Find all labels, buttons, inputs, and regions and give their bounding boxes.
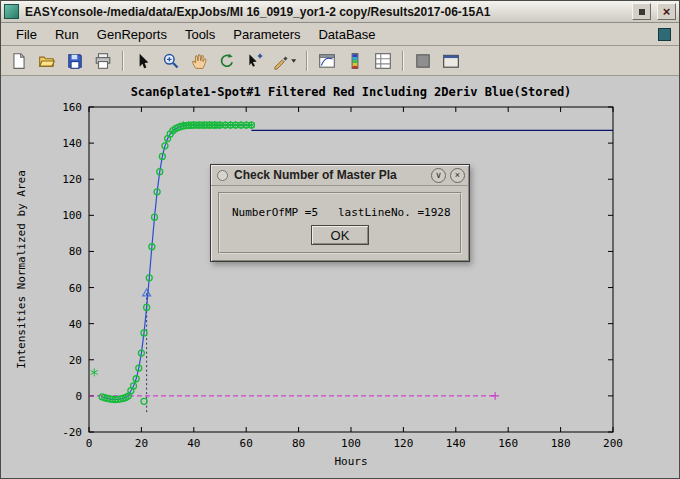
open-icon[interactable] xyxy=(34,48,60,74)
minimize-icon xyxy=(639,9,645,15)
dialog-close-button[interactable]: × xyxy=(450,168,465,183)
window-title: EASYconsole-/media/data/ExpJobs/MI 16_09… xyxy=(25,5,626,19)
close-icon: × xyxy=(455,170,460,180)
menu-grip[interactable] xyxy=(658,28,671,41)
close-icon: × xyxy=(663,5,671,18)
svg-text:0: 0 xyxy=(75,390,82,403)
app-window: EASYconsole-/media/data/ExpJobs/MI 16_09… xyxy=(0,0,680,479)
svg-text:180: 180 xyxy=(551,437,571,450)
rotate-icon[interactable] xyxy=(214,48,240,74)
dialog-message: NumberOfMP =5 lastLineNo. =1928 xyxy=(232,206,451,219)
toolbar-separator xyxy=(122,51,124,71)
toolbar-separator xyxy=(306,51,308,71)
svg-text:160: 160 xyxy=(62,101,82,114)
figure-area: Scan6plate1-Spot#1 Filtered Red Includin… xyxy=(1,76,679,478)
svg-text:40: 40 xyxy=(69,318,82,331)
plot-tools-icon[interactable] xyxy=(314,48,340,74)
svg-text:-20: -20 xyxy=(62,426,82,439)
brush-icon[interactable] xyxy=(270,48,300,74)
svg-text:100: 100 xyxy=(62,209,82,222)
svg-text:160: 160 xyxy=(498,437,518,450)
ok-button[interactable]: OK xyxy=(311,225,369,245)
svg-text:140: 140 xyxy=(62,137,82,150)
menu-genreports[interactable]: GenReports xyxy=(88,24,176,45)
minimize-button[interactable] xyxy=(632,3,651,20)
toolbar-separator xyxy=(402,51,404,71)
svg-text:120: 120 xyxy=(62,173,82,186)
svg-text:80: 80 xyxy=(292,437,305,450)
dialog-title: Check Number of Master Pla xyxy=(234,168,427,182)
pan-hand-icon[interactable] xyxy=(186,48,212,74)
colorbar-icon[interactable] xyxy=(342,48,368,74)
svg-text:80: 80 xyxy=(69,245,82,258)
svg-text:120: 120 xyxy=(393,437,413,450)
stop-icon[interactable] xyxy=(410,48,436,74)
dialog-icon xyxy=(217,170,228,181)
figure-window-icon[interactable] xyxy=(438,48,464,74)
window-titlebar[interactable]: EASYconsole-/media/data/ExpJobs/MI 16_09… xyxy=(1,1,679,23)
svg-text:100: 100 xyxy=(341,437,361,450)
select-arrow-icon[interactable] xyxy=(130,48,156,74)
svg-text:Hours: Hours xyxy=(334,455,367,468)
chevron-down-icon: ∨ xyxy=(435,170,442,180)
plot-canvas[interactable]: Scan6plate1-Spot#1 Filtered Red Includin… xyxy=(1,76,679,478)
zoom-in-icon[interactable] xyxy=(158,48,184,74)
close-button[interactable]: × xyxy=(657,3,676,20)
dialog-content-panel: NumberOfMP =5 lastLineNo. =1928 OK xyxy=(218,192,462,254)
menubar: File Run GenReports Tools Parameters Dat… xyxy=(1,23,679,46)
menu-run[interactable]: Run xyxy=(46,24,88,45)
svg-text:40: 40 xyxy=(187,437,200,450)
svg-text:Scan6plate1-Spot#1 Filtered Re: Scan6plate1-Spot#1 Filtered Red Includin… xyxy=(131,85,572,99)
svg-text:60: 60 xyxy=(240,437,253,450)
menu-file[interactable]: File xyxy=(7,24,46,45)
svg-text:0: 0 xyxy=(86,437,93,450)
menu-tools[interactable]: Tools xyxy=(176,24,224,45)
svg-text:Intensities Normalized by Area: Intensities Normalized by Area xyxy=(15,170,28,369)
svg-text:20: 20 xyxy=(135,437,148,450)
menu-database[interactable]: DataBase xyxy=(309,24,384,45)
toolbar xyxy=(1,46,679,76)
print-icon[interactable] xyxy=(90,48,116,74)
svg-text:60: 60 xyxy=(69,282,82,295)
save-icon[interactable] xyxy=(62,48,88,74)
dialog-check-number: Check Number of Master Pla ∨ × NumberOfM… xyxy=(210,164,470,262)
menu-parameters[interactable]: Parameters xyxy=(224,24,309,45)
data-cursor-icon[interactable] xyxy=(242,48,268,74)
app-icon xyxy=(4,4,19,19)
dialog-titlebar[interactable]: Check Number of Master Pla ∨ × xyxy=(211,165,469,186)
svg-text:20: 20 xyxy=(69,354,82,367)
svg-text:140: 140 xyxy=(446,437,466,450)
dialog-collapse-button[interactable]: ∨ xyxy=(431,168,446,183)
svg-text:200: 200 xyxy=(603,437,623,450)
legend-icon[interactable] xyxy=(370,48,396,74)
new-icon[interactable] xyxy=(6,48,32,74)
